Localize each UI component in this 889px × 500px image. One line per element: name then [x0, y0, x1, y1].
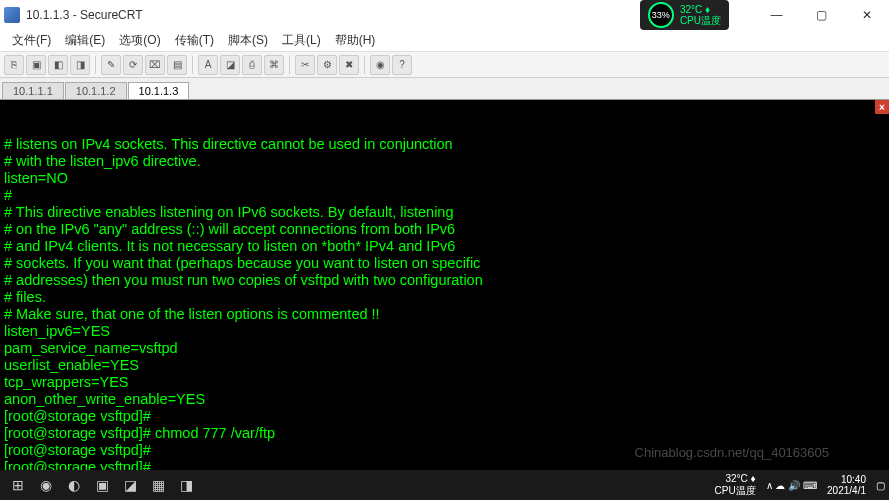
toolbar-button[interactable]: A: [198, 55, 218, 75]
toolbar-button[interactable]: ▤: [167, 55, 187, 75]
app-icon: [4, 7, 20, 23]
toolbar-button[interactable]: ⟳: [123, 55, 143, 75]
titlebar: 10.1.1.3 - SecureCRT 33% 32°C ♦CPU温度 — ▢…: [0, 0, 889, 30]
toolbar-button[interactable]: ?: [392, 55, 412, 75]
toolbar-button[interactable]: ◉: [370, 55, 390, 75]
toolbar-button[interactable]: ✎: [101, 55, 121, 75]
session-tab[interactable]: 10.1.1.2: [65, 82, 127, 99]
menu-item[interactable]: 文件(F): [6, 32, 57, 49]
menu-item[interactable]: 传输(T): [169, 32, 220, 49]
toolbar-button[interactable]: ▣: [26, 55, 46, 75]
toolbar-button[interactable]: ✖: [339, 55, 359, 75]
cpu-percent-circle: 33%: [648, 2, 674, 28]
toolbar-button[interactable]: ⚙: [317, 55, 337, 75]
toolbar-separator: [364, 56, 365, 74]
cpu-temp-text: 32°C ♦CPU温度: [680, 4, 721, 26]
session-tab[interactable]: 10.1.1.3: [128, 82, 190, 99]
taskbar-right: 32°C ♦CPU温度 ∧ ☁ 🔊 ⌨ 10:402021/4/1 ▢: [715, 473, 885, 498]
toolbar-button[interactable]: ⌘: [264, 55, 284, 75]
toolbar-separator: [95, 56, 96, 74]
maximize-button[interactable]: ▢: [799, 0, 844, 30]
vm-icon[interactable]: ◪: [116, 471, 144, 499]
notification-button[interactable]: ▢: [876, 480, 885, 491]
start-button[interactable]: ⊞: [4, 471, 32, 499]
menu-item[interactable]: 帮助(H): [329, 32, 382, 49]
window-title: 10.1.1.3 - SecureCRT: [26, 8, 143, 22]
menu-item[interactable]: 工具(L): [276, 32, 327, 49]
toolbar-button[interactable]: ✂: [295, 55, 315, 75]
terminal-view[interactable]: × # listens on IPv4 sockets. This direct…: [0, 100, 889, 476]
toolbar-button[interactable]: ◨: [70, 55, 90, 75]
chrome-icon[interactable]: ◉: [32, 471, 60, 499]
toolbar-button[interactable]: ⎙: [242, 55, 262, 75]
toolbar: ⎘▣◧◨✎⟳⌧▤A◪⎙⌘✂⚙✖◉?: [0, 52, 889, 78]
session-tabs: 10.1.1.110.1.1.210.1.1.3: [0, 78, 889, 100]
minimize-button[interactable]: —: [754, 0, 799, 30]
menu-item[interactable]: 选项(O): [113, 32, 166, 49]
toolbar-separator: [289, 56, 290, 74]
tray-icons[interactable]: ∧ ☁ 🔊 ⌨: [766, 480, 817, 491]
explorer-icon[interactable]: ▣: [88, 471, 116, 499]
toolbar-button[interactable]: ⎘: [4, 55, 24, 75]
terminal-close-button[interactable]: ×: [875, 100, 889, 114]
menu-bar: 文件(F)编辑(E)选项(O)传输(T)脚本(S)工具(L)帮助(H): [0, 30, 889, 52]
app-icon-1[interactable]: ▦: [144, 471, 172, 499]
taskbar-temp[interactable]: 32°C ♦CPU温度: [715, 473, 756, 498]
taskbar-clock[interactable]: 10:402021/4/1: [827, 474, 866, 496]
windows-taskbar[interactable]: ⊞ ◉ ◐ ▣ ◪ ▦ ◨ 32°C ♦CPU温度 ∧ ☁ 🔊 ⌨ 10:402…: [0, 470, 889, 500]
session-tab[interactable]: 10.1.1.1: [2, 82, 64, 99]
toolbar-button[interactable]: ◧: [48, 55, 68, 75]
cpu-temp-widget[interactable]: 33% 32°C ♦CPU温度: [640, 0, 729, 30]
toolbar-separator: [192, 56, 193, 74]
menu-item[interactable]: 编辑(E): [59, 32, 111, 49]
menu-item[interactable]: 脚本(S): [222, 32, 274, 49]
terminal-content: # listens on IPv4 sockets. This directiv…: [4, 136, 885, 476]
close-button[interactable]: ✕: [844, 0, 889, 30]
toolbar-button[interactable]: ⌧: [145, 55, 165, 75]
watermark: Chinablog.csdn.net/qq_40163605: [635, 445, 829, 460]
securecrt-task-icon[interactable]: ◨: [172, 471, 200, 499]
window-controls: — ▢ ✕: [754, 0, 889, 30]
edge-icon[interactable]: ◐: [60, 471, 88, 499]
toolbar-button[interactable]: ◪: [220, 55, 240, 75]
